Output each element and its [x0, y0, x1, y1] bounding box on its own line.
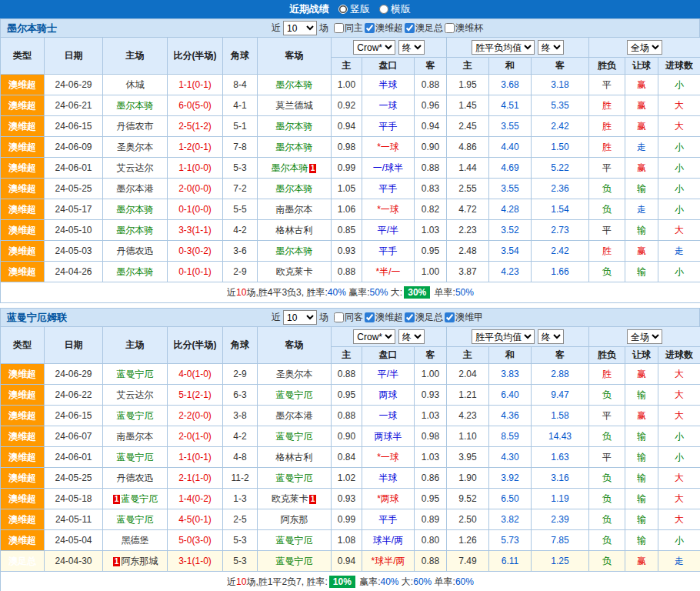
avg-type-select[interactable]: 胜平负均值 [472, 329, 535, 344]
filter-checkbox-澳维超[interactable]: 澳维超 [365, 311, 403, 324]
team-name-text: 阿东那 [281, 514, 308, 525]
home-odds-cell: 1.05 [332, 179, 362, 199]
odds-company-select[interactable]: Crow* [353, 329, 395, 344]
col-header-home: 主场 [103, 327, 168, 364]
team-name-text: 南墨尔本 [117, 431, 154, 442]
checkbox-input[interactable] [334, 312, 344, 322]
recent-count-select[interactable]: 10 [283, 310, 317, 325]
score-cell: 6-0(5-0) [168, 95, 223, 116]
home-team-cell: 丹德农迅 [103, 468, 168, 489]
col-header-corner: 角球 [223, 38, 258, 75]
avg-home-odds-cell: 2.45 [447, 116, 489, 137]
home-odds-cell: 1.02 [332, 468, 362, 489]
filter-checkbox-澳足总[interactable]: 澳足总 [405, 22, 443, 35]
goals-cell: 小 [658, 179, 700, 199]
odds-stage-select[interactable]: 终 [398, 329, 425, 344]
team-name-text: 黑德堡 [122, 535, 149, 546]
score-cell: 0-1(0-0) [168, 199, 223, 220]
away-odds-cell: 0.83 [415, 179, 447, 199]
team-name-text: 蓝曼宁厄 [276, 389, 313, 400]
league-type-cell: 澳维超 [1, 447, 45, 468]
handicap-result-cell: 走 [625, 199, 658, 220]
corner-cell: 3-6 [223, 241, 258, 262]
handicap-cell: 平手 [362, 509, 415, 530]
avg-type-select[interactable]: 胜平负均值 [472, 40, 535, 55]
goals-cell: 小 [658, 137, 700, 158]
recent-matches-table-1: 类型 日期 主场 比分(半场) 角球 客场 Crow* 终 胜平负均值 终 全场 [0, 37, 700, 303]
avg-home-odds-cell: 3.95 [447, 447, 489, 468]
summary-part: 30% [404, 286, 430, 299]
handicap-cell: *半/一 [362, 262, 415, 282]
red-card-badge: 1 [113, 557, 121, 566]
checkbox-input[interactable] [365, 312, 375, 322]
layout-radio-vertical[interactable]: 竖版 [338, 2, 370, 16]
home-team-cell: 蓝曼宁厄 [103, 406, 168, 426]
date-cell: 24-06-15 [45, 116, 103, 137]
horizontal-radio-label: 横版 [391, 2, 411, 16]
odds-company-select[interactable]: Crow* [353, 40, 395, 55]
avg-draw-odds-cell: 3.92 [489, 468, 532, 489]
match-row: 澳维超24-06-07南墨尔本2-0(1-0)4-2蓝曼宁厄0.90两球半0.9… [1, 426, 700, 447]
avg-home-odds-cell: 1.21 [447, 385, 489, 406]
corner-cell: 4-2 [223, 426, 258, 447]
filter-checkbox-同客[interactable]: 同客 [334, 311, 363, 324]
league-type-cell: 澳维超 [1, 199, 45, 220]
scope-select[interactable]: 全场 [627, 329, 662, 344]
home-team-cell: 墨尔本港 [103, 179, 168, 199]
handicap-odds-header: Crow* 终 [332, 38, 447, 58]
home-odds-cell: 0.99 [332, 158, 362, 179]
red-card-badge: 1 [113, 495, 121, 504]
team-name-text: 墨尔本骑 [276, 245, 313, 256]
team-name-text: 蓝曼宁厄 [276, 535, 313, 546]
result-cell: 负 [589, 489, 625, 509]
avg-home-odds-cell: 4.86 [447, 137, 489, 158]
avg-away-odds-cell: 2.36 [532, 179, 589, 199]
avg-draw-odds-cell: 6.11 [489, 551, 532, 572]
team-name-text: 圣奥尔本 [276, 369, 313, 379]
checkbox-input[interactable] [445, 312, 455, 322]
col-header-away: 客场 [258, 38, 332, 75]
handicap-cell: 一球 [362, 95, 415, 116]
league-type-cell: 澳维超 [1, 75, 45, 95]
date-cell: 24-05-25 [45, 468, 103, 489]
handicap-result-cell: 赢 [625, 75, 658, 95]
away-odds-cell: 0.95 [415, 241, 447, 262]
away-team-cell: 墨尔本骑 [258, 116, 332, 137]
avg-stage-select[interactable]: 终 [538, 329, 564, 344]
scope-select[interactable]: 全场 [627, 40, 662, 55]
home-odds-cell: 0.88 [332, 406, 362, 426]
checkbox-input[interactable] [365, 23, 375, 33]
avg-home-odds-cell: 2.55 [447, 179, 489, 199]
away-odds-cell: 1.03 [415, 447, 447, 468]
filter-checkbox-澳维超[interactable]: 澳维超 [365, 22, 403, 35]
avg-stage-select[interactable]: 终 [538, 40, 564, 55]
checkbox-input[interactable] [405, 312, 415, 322]
filter-checkbox-澳维甲[interactable]: 澳维甲 [445, 311, 483, 324]
corner-cell: 7-2 [223, 179, 258, 199]
recent-count-select[interactable]: 10 [283, 21, 317, 35]
checkbox-input[interactable] [405, 23, 415, 33]
league-type-cell: 澳维超 [1, 530, 45, 551]
vertical-radio-label: 竖版 [350, 2, 370, 16]
summary-part: 60% [455, 576, 474, 587]
horizontal-radio-input[interactable] [379, 5, 388, 14]
away-team-cell: 阿东那 [258, 509, 332, 530]
checkbox-input[interactable] [445, 23, 455, 33]
team-name-text: 墨尔本骑 [117, 266, 154, 277]
home-odds-cell: 1.00 [332, 75, 362, 95]
avg-away-odds-cell: 1.66 [532, 262, 589, 282]
team-name-text: 莫兰德城 [276, 100, 313, 111]
league-type-cell: 澳维超 [1, 158, 45, 179]
odds-stage-select[interactable]: 终 [398, 40, 425, 55]
checkbox-input[interactable] [334, 23, 344, 33]
avg-home-odds-cell: 1.10 [447, 426, 489, 447]
filter-checkbox-澳维杯[interactable]: 澳维杯 [445, 22, 483, 35]
filter-checkbox-澳足总[interactable]: 澳足总 [405, 311, 443, 324]
section-header-bar: 蓝曼宁厄姆联 近 10 场 同客澳维超澳足总澳维甲 [0, 308, 700, 326]
vertical-radio-input[interactable] [338, 5, 348, 14]
filter-checkbox-同主[interactable]: 同主 [334, 22, 363, 35]
layout-radio-horizontal[interactable]: 横版 [379, 2, 411, 16]
matches-tbody-1: 澳维超24-06-29休城1-1(0-1)8-4墨尔本骑1.00半球0.881.… [1, 75, 700, 282]
corner-cell: 4-1 [223, 95, 258, 116]
goals-cell: 大 [658, 489, 700, 509]
